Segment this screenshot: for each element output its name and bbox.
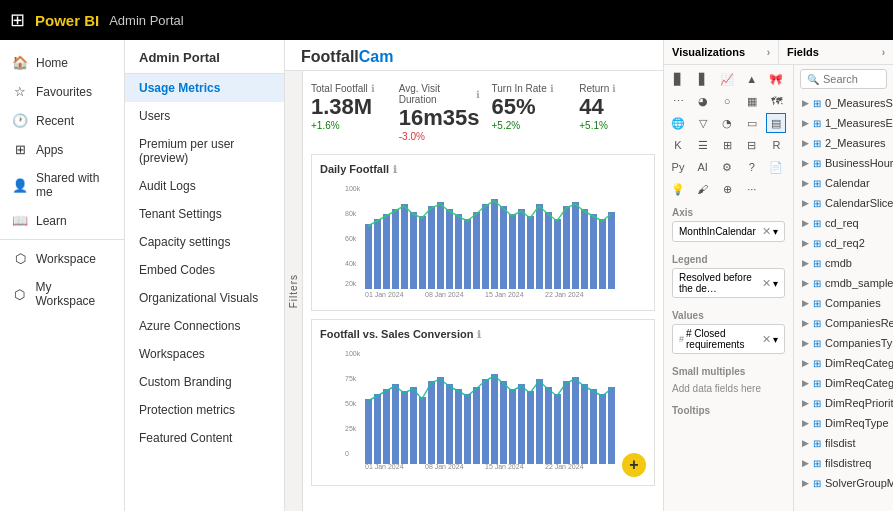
viz-icon-donut[interactable]: ○ (717, 91, 737, 111)
viz-icon-decomp[interactable]: ⚙ (717, 157, 737, 177)
fields-search-input[interactable] (823, 73, 893, 85)
values-hash-icon: # (679, 334, 684, 344)
kpi-total-footfall-value: 1.38M (311, 94, 387, 120)
table-name-0: 0_MeasuresSK (825, 97, 893, 109)
viz-icon-smart[interactable]: 💡 (668, 179, 688, 199)
viz-icon-filled-map[interactable]: 🌐 (668, 113, 688, 133)
admin-menu-azure[interactable]: Azure Connections (125, 312, 284, 340)
values-field-dropdown[interactable]: ▾ (773, 334, 778, 345)
legend-field[interactable]: Resolved before the de… ✕ ▾ (672, 268, 785, 298)
sidebar-item-home[interactable]: 🏠 Home (0, 48, 124, 77)
viz-icon-paint[interactable]: 🖌 (693, 179, 713, 199)
sidebar-item-favourites[interactable]: ☆ Favourites (0, 77, 124, 106)
viz-icon-matrix[interactable]: ⊟ (742, 135, 762, 155)
admin-menu-org-visuals[interactable]: Organizational Visuals (125, 284, 284, 312)
values-field[interactable]: # # Closed requirements ✕ ▾ (672, 324, 785, 354)
home-icon: 🏠 (12, 55, 28, 70)
sidebar-item-my-workspace[interactable]: ⬡ My Workspace (0, 273, 124, 315)
viz-icon-area[interactable]: ▲ (742, 69, 762, 89)
field-table-8[interactable]: ▶ ⊞ cmdb (794, 253, 893, 273)
viz-icon-map[interactable]: 🗺 (766, 91, 786, 111)
field-table-6[interactable]: ▶ ⊞ cd_req (794, 213, 893, 233)
sidebar-item-recent[interactable]: 🕐 Recent (0, 106, 124, 135)
fields-search-box[interactable]: 🔍 (800, 69, 887, 89)
viz-collapse-icon[interactable]: › (767, 47, 770, 58)
filter-strip[interactable]: Filters (285, 71, 303, 511)
sidebar-item-apps[interactable]: ⊞ Apps (0, 135, 124, 164)
small-multiples-add[interactable]: Add data fields here (672, 380, 785, 397)
viz-icon-kpi[interactable]: K (668, 135, 688, 155)
viz-icon-more[interactable]: ··· (742, 179, 762, 199)
field-table-16[interactable]: ▶ ⊞ DimReqType (794, 413, 893, 433)
svg-text:01 Jan 2024: 01 Jan 2024 (365, 291, 404, 298)
field-table-0[interactable]: ▶ ⊞ 0_MeasuresSK (794, 93, 893, 113)
viz-icon-r[interactable]: R (766, 135, 786, 155)
field-table-10[interactable]: ▶ ⊞ Companies (794, 293, 893, 313)
field-table-3[interactable]: ▶ ⊞ BusinessHours (794, 153, 893, 173)
viz-icon-card[interactable]: ▭ (742, 113, 762, 133)
values-field-remove[interactable]: ✕ (762, 333, 771, 346)
viz-icon-py[interactable]: Py (668, 157, 688, 177)
admin-menu-audit[interactable]: Audit Logs (125, 172, 284, 200)
field-table-11[interactable]: ▶ ⊞ CompaniesReq (794, 313, 893, 333)
viz-icon-slicer[interactable]: ☰ (693, 135, 713, 155)
admin-menu-featured[interactable]: Featured Content (125, 424, 284, 452)
field-table-14[interactable]: ▶ ⊞ DimReqCategory2nd (794, 373, 893, 393)
report-title-part2: Cam (359, 48, 394, 65)
admin-menu-usage-metrics[interactable]: Usage Metrics (125, 74, 284, 102)
field-table-1[interactable]: ▶ ⊞ 1_MeasuresENG (794, 113, 893, 133)
viz-icon-scatter[interactable]: ⋯ (668, 91, 688, 111)
field-table-19[interactable]: ▶ ⊞ SolverGroupMembers… (794, 473, 893, 493)
field-table-5[interactable]: ▶ ⊞ CalendarSlicer (794, 193, 893, 213)
sidebar-item-shared[interactable]: 👤 Shared with me (0, 164, 124, 206)
viz-icon-multirow-card[interactable]: ▤ (766, 113, 786, 133)
fields-collapse-icon[interactable]: › (882, 47, 885, 58)
admin-menu-premium[interactable]: Premium per user (preview) (125, 130, 284, 172)
content-area: FootfallCam Filters Total Footfall ℹ 1.3… (285, 40, 663, 511)
field-table-17[interactable]: ▶ ⊞ filsdist (794, 433, 893, 453)
grid-icon[interactable]: ⊞ (10, 9, 25, 31)
sidebar-item-workspace[interactable]: ⬡ Workspace (0, 244, 124, 273)
field-table-7[interactable]: ▶ ⊞ cd_req2 (794, 233, 893, 253)
axis-field-dropdown[interactable]: ▾ (773, 226, 778, 237)
field-table-13[interactable]: ▶ ⊞ DimReqCategory (794, 353, 893, 373)
viz-icon-table[interactable]: ⊞ (717, 135, 737, 155)
field-table-15[interactable]: ▶ ⊞ DimReqPriority (794, 393, 893, 413)
legend-field-dropdown[interactable]: ▾ (773, 278, 778, 289)
axis-field-remove[interactable]: ✕ (762, 225, 771, 238)
admin-menu-workspaces[interactable]: Workspaces (125, 340, 284, 368)
field-table-12[interactable]: ▶ ⊞ CompaniesTypes (794, 333, 893, 353)
admin-menu-branding[interactable]: Custom Branding (125, 368, 284, 396)
viz-icon-paginated[interactable]: 📄 (766, 157, 786, 177)
viz-icon-column[interactable]: ▋ (693, 69, 713, 89)
viz-icon-custom[interactable]: ⊕ (717, 179, 737, 199)
field-table-4[interactable]: ▶ ⊞ Calendar (794, 173, 893, 193)
viz-icon-bar[interactable]: ▊ (668, 69, 688, 89)
svg-text:22 Jan 2024: 22 Jan 2024 (545, 291, 584, 298)
viz-icon-gauge[interactable]: ◔ (717, 113, 737, 133)
axis-field-month[interactable]: MonthInCalendar ✕ ▾ (672, 221, 785, 242)
field-table-18[interactable]: ▶ ⊞ filsdistreq (794, 453, 893, 473)
admin-menu-capacity[interactable]: Capacity settings (125, 228, 284, 256)
svg-rect-61 (536, 379, 543, 464)
field-table-9[interactable]: ▶ ⊞ cmdb_sample (794, 273, 893, 293)
legend-field-remove[interactable]: ✕ (762, 277, 771, 290)
admin-menu-embed[interactable]: Embed Codes (125, 256, 284, 284)
viz-icon-funnel[interactable]: ▽ (693, 113, 713, 133)
viz-icon-ai[interactable]: AI (693, 157, 713, 177)
field-table-2[interactable]: ▶ ⊞ 2_Measures (794, 133, 893, 153)
svg-rect-64 (563, 381, 570, 464)
viz-icon-pie[interactable]: ◕ (693, 91, 713, 111)
sidebar-item-learn[interactable]: 📖 Learn (0, 206, 124, 235)
svg-rect-62 (545, 387, 552, 464)
viz-icon-ribbon[interactable]: 🎀 (766, 69, 786, 89)
viz-icon-line[interactable]: 📈 (717, 69, 737, 89)
admin-menu-tenant[interactable]: Tenant Settings (125, 200, 284, 228)
viz-icon-treemap[interactable]: ▦ (742, 91, 762, 111)
svg-rect-44 (383, 389, 390, 464)
admin-menu-protection[interactable]: Protection metrics (125, 396, 284, 424)
svg-rect-5 (365, 224, 372, 289)
kpi-return-label: Return ℹ (579, 83, 655, 94)
admin-menu-users[interactable]: Users (125, 102, 284, 130)
viz-icon-qa[interactable]: ? (742, 157, 762, 177)
